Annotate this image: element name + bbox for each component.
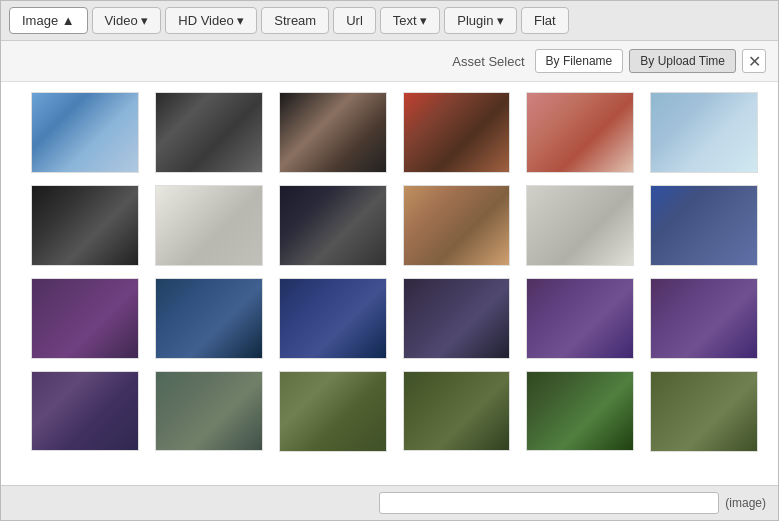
bottom-label: (image) <box>725 496 766 510</box>
image-grid-container[interactable] <box>1 82 778 485</box>
image-item[interactable] <box>155 278 263 359</box>
image-item[interactable] <box>526 371 634 452</box>
tab-video[interactable]: Video ▾ <box>92 7 162 34</box>
image-item[interactable] <box>31 278 139 359</box>
image-item[interactable] <box>650 278 758 359</box>
image-grid <box>31 92 758 452</box>
image-item[interactable] <box>279 92 387 173</box>
image-item[interactable] <box>403 185 511 266</box>
main-container: Image ▲ Video ▾ HD Video ▾ Stream Url Te… <box>0 0 779 521</box>
image-item[interactable] <box>650 371 758 452</box>
image-item[interactable] <box>31 371 139 452</box>
image-item[interactable] <box>155 92 263 173</box>
image-item[interactable] <box>279 371 387 452</box>
tab-url[interactable]: Url <box>333 7 376 34</box>
sort-by-upload-time-button[interactable]: By Upload Time <box>629 49 736 73</box>
image-item[interactable] <box>279 185 387 266</box>
sort-by-filename-button[interactable]: By Filename <box>535 49 624 73</box>
asset-select-label: Asset Select <box>452 54 524 69</box>
bottom-input[interactable] <box>379 492 719 514</box>
image-item[interactable] <box>650 92 758 173</box>
image-item[interactable] <box>155 185 263 266</box>
image-item[interactable] <box>403 278 511 359</box>
image-item[interactable] <box>31 185 139 266</box>
image-item[interactable] <box>403 92 511 173</box>
image-item[interactable] <box>526 92 634 173</box>
image-item[interactable] <box>526 185 634 266</box>
tab-image[interactable]: Image ▲ <box>9 7 88 34</box>
toolbar: Image ▲ Video ▾ HD Video ▾ Stream Url Te… <box>1 1 778 41</box>
image-item[interactable] <box>31 92 139 173</box>
tab-text[interactable]: Text ▾ <box>380 7 440 34</box>
tab-flat[interactable]: Flat <box>521 7 569 34</box>
image-item[interactable] <box>403 371 511 452</box>
tab-stream[interactable]: Stream <box>261 7 329 34</box>
tab-hd-video[interactable]: HD Video ▾ <box>165 7 257 34</box>
image-item[interactable] <box>279 278 387 359</box>
image-item[interactable] <box>526 278 634 359</box>
tab-plugin[interactable]: Plugin ▾ <box>444 7 517 34</box>
close-button[interactable]: ✕ <box>742 49 766 73</box>
image-item[interactable] <box>650 185 758 266</box>
asset-select-bar: Asset Select By Filename By Upload Time … <box>1 41 778 82</box>
image-item[interactable] <box>155 371 263 452</box>
bottom-bar: (image) <box>1 485 778 520</box>
